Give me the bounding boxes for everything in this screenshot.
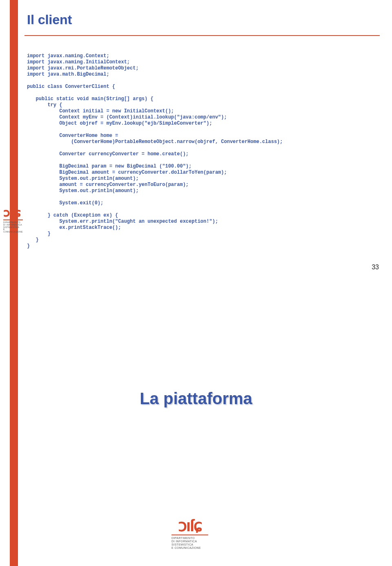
logo-text-line: E COMUNICAZIONE xyxy=(172,546,208,550)
logo-glyph: ↄıſɕ xyxy=(3,207,23,218)
slide-1: Il client import javax.naming.Context; i… xyxy=(0,0,392,283)
logo-text-line: DIPARTIMENTO xyxy=(172,537,208,540)
logo-text-line: DI INFORMATICA xyxy=(172,540,208,543)
logo-glyph: ↄıſɕ xyxy=(172,518,208,533)
slide-2: La piattaforma ↄıſɕ DIPARTIMENTO DI INFO… xyxy=(0,283,392,566)
section-title: La piattaforma xyxy=(0,389,392,408)
logo-corner: ↄıſɕ DIPARTIMENTO DI INFORMATICA SISTEMI… xyxy=(3,207,23,233)
logo-text-line: E COMUNICAZIONE xyxy=(3,228,23,233)
logo-divider xyxy=(172,535,208,535)
logo-center: ↄıſɕ DIPARTIMENTO DI INFORMATICA SISTEMI… xyxy=(172,518,208,550)
left-accent-bar xyxy=(10,283,18,566)
slide-title: Il client xyxy=(27,12,72,27)
page-number: 33 xyxy=(372,264,379,271)
title-divider xyxy=(24,35,380,36)
logo-text-line: SISTEMISTICA xyxy=(172,543,208,546)
code-block: import javax.naming.Context; import java… xyxy=(27,53,370,249)
logo-divider xyxy=(3,219,23,220)
left-accent-bar xyxy=(10,0,18,283)
